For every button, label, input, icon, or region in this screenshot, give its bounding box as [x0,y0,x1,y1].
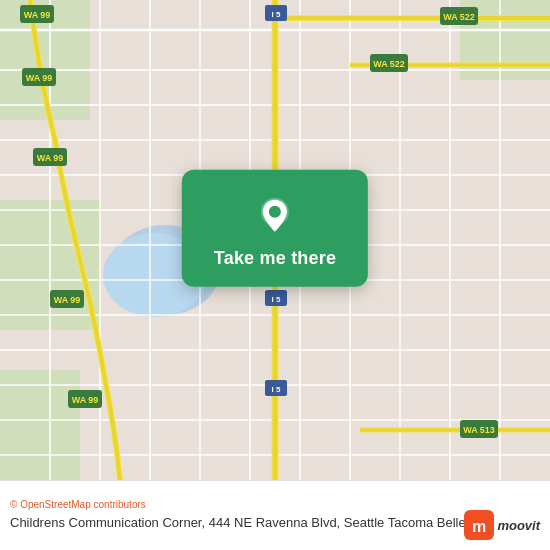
svg-text:WA 513: WA 513 [463,425,495,435]
svg-text:m: m [472,518,486,535]
location-pin-icon [253,194,297,238]
osm-attribution: © OpenStreetMap contributors [10,499,540,510]
moovit-logo: m moovit [464,510,540,540]
svg-text:WA 99: WA 99 [26,73,53,83]
svg-text:WA 99: WA 99 [72,395,99,405]
svg-text:WA 99: WA 99 [24,10,51,20]
address-label: Childrens Communication Corner, 444 NE R… [10,514,540,532]
moovit-brand-icon: m [464,510,494,540]
svg-text:I 5: I 5 [272,295,281,304]
svg-text:I 5: I 5 [272,10,281,19]
navigation-card: Take me there [182,170,368,287]
svg-text:WA 522: WA 522 [373,59,405,69]
svg-text:WA 99: WA 99 [54,295,81,305]
svg-text:WA 522: WA 522 [443,12,475,22]
info-bar: © OpenStreetMap contributors Childrens C… [0,480,550,550]
svg-text:WA 99: WA 99 [37,153,64,163]
moovit-label: moovit [497,518,540,533]
svg-text:I 5: I 5 [272,385,281,394]
svg-rect-4 [0,370,80,480]
map-view: WA 99 WA 99 WA 99 WA 99 WA 99 WA 522 WA … [0,0,550,480]
svg-point-61 [269,206,281,218]
take-me-there-button[interactable]: Take me there [214,248,336,269]
